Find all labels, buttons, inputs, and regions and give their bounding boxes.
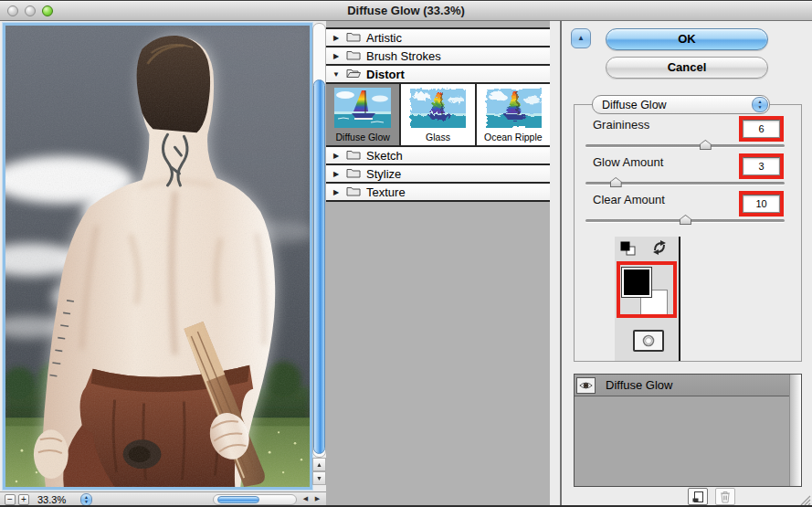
annotation-highlight-box: 6 [739,116,784,142]
horizontal-scroll-track[interactable] [213,494,297,505]
filter-category-distort[interactable]: ▼ Distort [326,66,550,84]
color-control [615,237,680,361]
circle-icon [641,333,656,348]
disclosure-triangle-icon[interactable]: ▶ [332,34,341,42]
zoom-in-button[interactable]: + [18,494,29,505]
category-label: Artistic [366,31,402,45]
thumbnail-label: Glass [401,132,474,143]
stepper-down-icon: ▼ [758,105,763,111]
traffic-lights [7,5,53,16]
zoom-out-button[interactable]: − [5,494,16,505]
window-resize-grip[interactable] [798,493,811,506]
graininess-input[interactable]: 6 [743,120,780,138]
folder-icon [346,184,361,200]
close-button[interactable] [7,5,18,16]
minimize-button[interactable] [25,5,36,16]
layer-visibility-button[interactable] [576,377,596,394]
glow-amount-slider[interactable] [585,182,785,185]
preview-statusbar: − + 33.3% ▲ ▼ ◀ ▶ [0,491,326,506]
layers-scrollbar-track[interactable] [789,375,801,486]
clear-amount-slider-thumb[interactable] [680,215,691,225]
zoom-button[interactable] [42,5,53,16]
category-label: Stylize [366,167,401,181]
folder-icon [346,48,361,64]
filter-gallery-window: Diffuse Glow (33.3%) [0,0,812,507]
filter-options-group: Graininess 6 Glow Amount 3 Clear Amount … [574,104,802,362]
cancel-button[interactable]: Cancel [606,57,768,79]
disclosure-triangle-icon[interactable]: ▶ [332,152,341,160]
graininess-slider[interactable] [585,144,785,147]
dropdown-stepper-icon: ▲ ▼ [752,97,768,112]
scroll-left-button[interactable]: ◀ [300,493,311,505]
scroll-up-button[interactable]: ▲ [312,458,326,471]
annotation-highlight-box: 3 [739,153,784,179]
annotation-highlight-box: 10 [739,191,784,217]
category-label: Sketch [366,149,403,163]
filter-category-brush-strokes[interactable]: ▶ Brush Strokes [326,48,550,66]
category-label: Brush Strokes [366,49,441,63]
disclosure-triangle-icon[interactable]: ▶ [332,170,341,178]
clear-amount-input[interactable]: 10 [743,195,780,213]
selected-filter-label: Diffuse Glow [593,99,752,111]
slider-label-glow-amount: Glow Amount [593,155,663,169]
filter-category-artistic[interactable]: ▶ Artistic [326,29,550,48]
eye-icon [579,381,593,390]
folder-icon [346,147,361,164]
swap-colors-icon[interactable] [651,239,668,256]
scroll-right-button[interactable]: ▶ [311,493,323,505]
folder-icon [346,165,361,182]
thumbnail-diffuse-glow[interactable]: Diffuse Glow [326,84,401,145]
disclosure-triangle-icon[interactable]: ▼ [332,70,341,79]
category-label: Distort [366,68,405,81]
collapse-filter-list-button[interactable]: ▲ [571,28,591,48]
new-effect-layer-button[interactable] [688,488,708,505]
disclosure-triangle-icon[interactable]: ▶ [332,188,341,196]
preview-vertical-scrollbar: ▲ ▼ [312,23,326,485]
scroll-down-button[interactable]: ▼ [312,471,326,485]
filter-category-sketch[interactable]: ▶ Sketch [326,147,550,165]
ok-button[interactable]: OK [606,28,768,50]
slider-label-graininess: Graininess [593,118,649,132]
thumbnail-label: Ocean Ripple [477,132,550,143]
sailboat-thumbnail [409,88,466,128]
effect-layer-row[interactable]: Diffuse Glow [575,375,801,396]
clear-amount-slider[interactable] [585,219,785,222]
preview-pane [3,23,312,490]
glow-amount-slider-thumb[interactable] [610,177,622,187]
sailboat-thumbnail [334,88,391,128]
window-title: Diffuse Glow (33.3%) [0,1,812,21]
foreground-color-swatch[interactable] [622,268,651,297]
zoom-level[interactable]: 33.3% [37,494,78,505]
disclosure-triangle-icon[interactable]: ▶ [332,52,341,60]
stepper-down-icon: ▼ [84,500,89,504]
folder-icon [346,29,361,46]
thumbnail-label: Diffuse Glow [326,132,399,143]
effect-layer-name: Diffuse Glow [606,378,672,392]
filter-category-stylize[interactable]: ▶ Stylize [326,165,550,184]
title-bar: Diffuse Glow (33.3%) [0,1,812,21]
zoom-stepper[interactable]: ▲ ▼ [80,493,92,506]
vertical-scroll-thumb[interactable] [313,79,325,454]
sailboat-thumbnail [485,88,542,128]
trash-icon [720,491,731,503]
horizontal-scroll-thumb[interactable] [217,496,259,503]
glow-amount-input[interactable]: 3 [743,157,780,175]
distort-thumbnails: Diffuse Glow Glass [326,84,550,147]
standard-mode-button[interactable] [633,330,664,352]
thumbnail-ocean-ripple[interactable]: Ocean Ripple [477,84,550,145]
thumbnail-glass[interactable]: Glass [401,84,476,145]
filter-list: ▶ Artistic ▶ Brush Strokes ▼ Distort [326,21,550,506]
graininess-slider-thumb[interactable] [700,140,712,150]
filter-select-dropdown[interactable]: Diffuse Glow ▲ ▼ [592,95,770,114]
category-label: Texture [366,185,406,199]
open-folder-icon [346,66,361,82]
preview-image[interactable] [5,26,310,487]
effect-layers-panel: Diffuse Glow [574,374,802,487]
default-colors-icon[interactable] [620,241,637,256]
filter-category-texture[interactable]: ▶ Texture [326,184,550,202]
slider-label-clear-amount: Clear Amount [593,193,665,206]
delete-effect-layer-button[interactable] [715,488,735,505]
panel-divider[interactable] [560,21,562,506]
new-layer-icon [691,491,704,503]
